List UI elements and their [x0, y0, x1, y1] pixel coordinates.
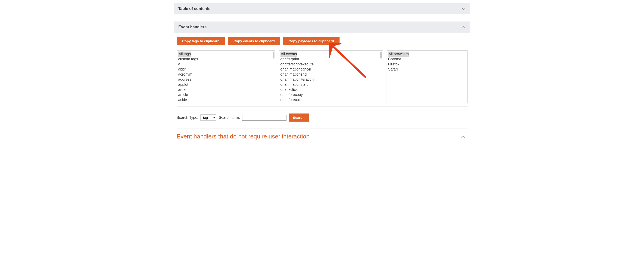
copy-tags-button[interactable]: Copy tags to clipboard [177, 37, 225, 45]
toc-title: Table of contents [178, 7, 210, 11]
list-item[interactable]: onbeforecut [280, 97, 381, 102]
list-item[interactable]: onanimationend [280, 72, 381, 77]
list-item[interactable]: applet [178, 82, 274, 87]
event-handlers-body: Copy tags to clipboard Copy events to cl… [174, 33, 470, 145]
tags-listbox[interactable]: All tagscustom tagsaabbracronymaddressap… [177, 50, 275, 103]
list-item[interactable]: custom tags [178, 57, 274, 62]
list-item[interactable]: onbeforecopy [280, 92, 381, 97]
list-item[interactable]: onauxclick [280, 87, 381, 92]
browsers-listbox[interactable]: All browsersChromeFirefoxSafari [386, 50, 468, 103]
copy-payloads-button[interactable]: Copy payloads to clipboard [283, 37, 340, 45]
chevron-up-icon [461, 26, 466, 29]
copy-buttons-row: Copy tags to clipboard Copy events to cl… [177, 37, 468, 45]
scrollbar-thumb[interactable] [380, 52, 382, 59]
list-item[interactable]: abbr [178, 67, 274, 72]
list-item[interactable]: All browsers [388, 52, 409, 57]
list-item[interactable]: onanimationcancel [280, 67, 381, 72]
event-handlers-title: Event handlers [178, 25, 207, 29]
event-handlers-section: Event handlers Copy tags to clipboard Co… [174, 21, 470, 145]
list-item[interactable]: onafterprint [280, 57, 381, 62]
list-item[interactable]: Safari [388, 67, 466, 72]
search-type-label: Search Type: [177, 115, 198, 120]
list-item[interactable]: aside [178, 97, 274, 102]
subsection-title: Event handlers that do not require user … [177, 133, 310, 140]
list-item[interactable]: acronym [178, 72, 274, 77]
subsection-header[interactable]: Event handlers that do not require user … [177, 133, 468, 142]
chevron-down-icon [461, 8, 466, 10]
search-term-label: Search term: [219, 115, 240, 120]
list-item[interactable]: Firefox [388, 62, 466, 67]
list-item[interactable]: area [178, 87, 274, 92]
selector-lists-row: All tagscustom tagsaabbracronymaddressap… [177, 50, 468, 103]
list-item[interactable]: a [178, 62, 274, 67]
list-item[interactable]: All events [280, 52, 297, 57]
list-item[interactable]: onanimationstart [280, 82, 381, 87]
search-row: Search Type: tag Search term: Search [177, 113, 468, 121]
events-listbox[interactable]: All eventsonafterprintonafterscriptexecu… [279, 50, 383, 103]
event-handlers-header[interactable]: Event handlers [174, 22, 470, 33]
search-button[interactable]: Search [289, 113, 308, 121]
chevron-up-icon [461, 135, 465, 138]
list-item[interactable]: Chrome [388, 57, 466, 62]
list-item[interactable]: address [178, 77, 274, 82]
search-type-select[interactable]: tag [200, 114, 216, 121]
list-item[interactable]: All tags [178, 52, 191, 57]
search-term-input[interactable] [242, 115, 286, 121]
list-item[interactable]: article [178, 92, 274, 97]
list-item[interactable]: onanimationiteration [280, 77, 381, 82]
list-item[interactable]: onafterscriptexecute [280, 62, 381, 67]
divider [177, 128, 468, 129]
toc-header[interactable]: Table of contents [174, 3, 470, 14]
scrollbar-thumb[interactable] [273, 52, 274, 59]
copy-events-button[interactable]: Copy events to clipboard [228, 37, 280, 45]
